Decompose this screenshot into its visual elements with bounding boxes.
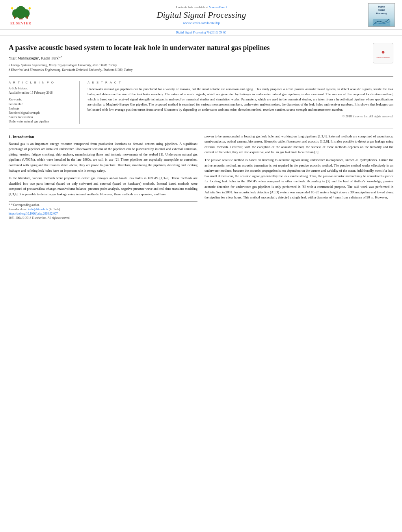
svg-point-9 (29, 7, 31, 9)
section1-right-para1: proven to be unsuccessful in locating ga… (205, 134, 393, 155)
article-title-text: A passive acoustic based system to locat… (9, 43, 367, 72)
abstract-column: A B S T R A C T Underwater natural gas p… (87, 81, 393, 124)
svg-point-2 (12, 9, 19, 18)
elsevier-logo: ELSEVIER (7, 5, 35, 25)
two-column-body: 1. Introduction Natural gas is an import… (9, 134, 393, 221)
abstract-copyright: © 2018 Elsevier Inc. All rights reserved… (87, 115, 393, 118)
body-right-column: proven to be unsuccessful in locating ga… (205, 134, 393, 221)
section1-title: 1. Introduction (9, 135, 197, 139)
article-info-column: A R T I C L E I N F O Article history: A… (9, 81, 80, 124)
article-info-heading: A R T I C L E I N F O (9, 81, 74, 84)
keyword-2: Leakage (9, 107, 74, 110)
keyword-4: Source localization (9, 115, 74, 119)
footnote-doi: https://doi.org/10.1016/j.dsp.2018.02.00… (9, 212, 197, 215)
body-left-column: 1. Introduction Natural gas is an import… (9, 134, 197, 221)
affiliations: a Energy Systems Engineering, Recep Tayy… (9, 63, 367, 72)
journal-center-header: Contents lists available at ScienceDirec… (35, 6, 368, 25)
elsevier-brand-name: ELSEVIER (10, 21, 32, 25)
available-online: Available online 15 February 2018 (9, 91, 74, 95)
article-main: A passive acoustic based system to locat… (0, 36, 402, 224)
doi-line: Digital Signal Processing 76 (2018) 59–6… (0, 30, 402, 36)
footnote-star: * * Corresponding author. (9, 203, 197, 207)
sciencedirect-line: Contents lists available at ScienceDirec… (43, 6, 360, 9)
footnote-email: E-mail address: kadir@ktu.edu.tr (K. Tur… (9, 208, 197, 211)
footnote-email-link[interactable]: kadir@ktu.edu.tr (28, 208, 48, 211)
section1-para1: Natural gas is an important energy resou… (9, 141, 197, 174)
section1-para2: In the literature, various methods were … (9, 176, 197, 197)
keyword-1: Gas bubble (9, 102, 74, 106)
journal-title: Digital Signal Processing (43, 10, 360, 20)
journal-website[interactable]: www.elsevier.com/locate/dsp (43, 21, 360, 25)
svg-point-7 (11, 7, 13, 9)
keywords-label: Keywords: (9, 98, 74, 101)
article-history-label: Article history: (9, 87, 74, 90)
svg-rect-4 (14, 16, 15, 19)
footnote-issn: 1051-2004/© 2018 Elsevier Inc. All right… (9, 216, 197, 220)
svg-rect-5 (26, 16, 28, 19)
journal-header: ELSEVIER Contents lists available at Sci… (0, 0, 402, 30)
abstract-heading: A B S T R A C T (87, 81, 393, 84)
keyword-5: Underwater natural gas pipeline (9, 120, 74, 123)
journal-brand-logo: Digital Signal Processing (368, 3, 395, 27)
section1-right-para2: The passive acoustic method is based on … (205, 158, 393, 200)
article-title-section: A passive acoustic based system to locat… (9, 43, 393, 72)
check-updates-badge[interactable]: ● Check for updates (373, 43, 393, 63)
sciencedirect-link[interactable]: ScienceDirect (209, 6, 227, 9)
check-updates-icon: ● (381, 48, 385, 56)
article-info-abstract: A R T I C L E I N F O Article history: A… (9, 76, 393, 128)
footnote-doi-link[interactable]: https://doi.org/10.1016/j.dsp.2018.02.00… (9, 212, 58, 215)
footnotes-section: * * Corresponding author. E-mail address… (9, 201, 197, 220)
svg-point-3 (22, 9, 30, 18)
abstract-text: Underwater natural gas pipelines can be … (87, 87, 393, 113)
article-authors: Yigit Mahmutoglua, Kadir Turkb,* (9, 56, 367, 60)
keyword-3: Received signal strength (9, 111, 74, 115)
article-title: A passive acoustic based system to locat… (9, 43, 367, 52)
